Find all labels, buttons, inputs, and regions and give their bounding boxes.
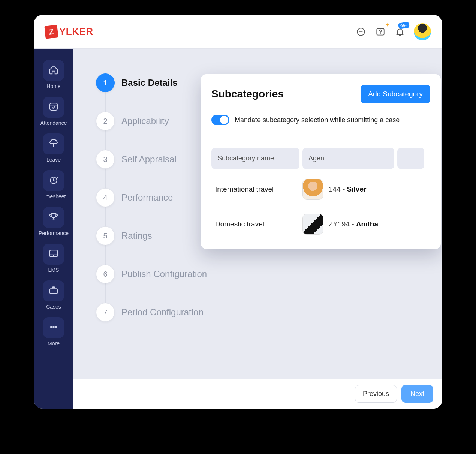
step-number: 7 (96, 303, 115, 322)
umbrella-icon (48, 138, 59, 150)
layout-icon (48, 248, 59, 261)
step-publish-configuration[interactable]: 6 Publish Configuration (96, 255, 442, 293)
previous-button[interactable]: Previous (355, 385, 397, 403)
sidebar-item-cases[interactable]: Cases (39, 278, 69, 313)
subcategory-name-cell: International travel (211, 185, 302, 193)
sidebar: Home Attendance Leave Timesheet Performa… (34, 49, 73, 409)
step-label: Ratings (121, 231, 152, 241)
sidebar-item-home[interactable]: Home (39, 58, 69, 92)
column-agent: Agent (302, 148, 394, 169)
agent-text: ZY194 - Anitha (329, 220, 378, 228)
sidebar-item-timesheet[interactable]: Timesheet (39, 168, 69, 202)
mandate-toggle-label: Mandate subcategory selection while subm… (235, 116, 400, 124)
sidebar-item-more[interactable]: More (39, 315, 69, 349)
table-header: Subcategory name Agent (211, 148, 430, 169)
agent-cell: ZY194 - Anitha (302, 214, 430, 235)
agent-code: ZY194 (329, 220, 350, 228)
more-icon (48, 321, 59, 334)
add-icon[interactable] (355, 26, 367, 37)
svg-rect-5 (50, 103, 57, 110)
agent-name: Anitha (356, 220, 378, 228)
step-number: 2 (96, 112, 115, 130)
step-number: 6 (96, 265, 115, 283)
step-period-configuration[interactable]: 7 Period Configuration (96, 293, 442, 331)
sidebar-item-attendance[interactable]: Attendance (39, 94, 69, 129)
next-button[interactable]: Next (401, 385, 433, 403)
mandate-toggle[interactable] (211, 115, 229, 125)
sidebar-item-performance[interactable]: Performance (39, 205, 69, 239)
sidebar-item-label: More (48, 340, 60, 346)
step-label: Applicability (121, 116, 169, 126)
table-row[interactable]: International travel 144 - Silver (211, 172, 430, 207)
sidebar-item-label: Home (46, 83, 60, 89)
subcategories-panel: Subcategories Add Subcategory Mandate su… (201, 74, 441, 249)
column-subcategory-name: Subcategory name (211, 148, 299, 169)
main: 1 Basic Details 2 Applicability 3 Self A… (73, 49, 442, 409)
sidebar-item-label: Leave (46, 157, 61, 163)
trophy-icon (48, 211, 59, 224)
svg-point-18 (53, 326, 54, 328)
svg-point-17 (51, 326, 52, 328)
sidebar-item-label: Attendance (40, 120, 67, 126)
mandate-toggle-row: Mandate subcategory selection while subm… (211, 115, 430, 125)
sidebar-item-label: LMS (48, 267, 59, 273)
notifications-icon[interactable]: 99+ (394, 26, 406, 37)
sidebar-item-label: Cases (46, 304, 61, 310)
svg-rect-15 (50, 289, 57, 294)
agent-avatar (302, 179, 323, 200)
step-number: 1 (96, 73, 115, 92)
step-number: 4 (96, 188, 115, 207)
agent-text: 144 - Silver (329, 185, 366, 193)
agent-cell: 144 - Silver (302, 179, 430, 200)
step-label: Publish Configuration (121, 269, 207, 279)
step-number: 5 (96, 226, 115, 245)
step-label: Self Appraisal (121, 154, 177, 165)
svg-point-4 (380, 33, 381, 34)
panel-title: Subcategories (211, 88, 284, 100)
header-actions: 99+ (355, 23, 431, 40)
step-label: Period Configuration (121, 307, 204, 318)
add-subcategory-button[interactable]: Add Subcategory (361, 85, 430, 103)
header: Z YLKER 99+ (34, 15, 442, 49)
subcategory-name-cell: Domestic travel (211, 220, 302, 228)
svg-point-19 (55, 326, 57, 328)
calendar-check-icon (48, 101, 59, 114)
brand-mark: Z (44, 25, 58, 39)
agent-avatar (302, 214, 323, 235)
table-row[interactable]: Domestic travel ZY194 - Anitha (211, 207, 430, 241)
user-avatar[interactable] (414, 23, 431, 40)
agent-name: Silver (347, 185, 367, 193)
sidebar-item-label: Timesheet (42, 193, 66, 199)
home-icon (48, 64, 59, 77)
brand-name: YLKER (59, 26, 93, 37)
help-icon[interactable] (375, 26, 386, 37)
panel-header: Subcategories Add Subcategory (211, 85, 430, 103)
brand-logo[interactable]: Z YLKER (45, 25, 93, 38)
sidebar-item-label: Performance (39, 230, 69, 236)
app-window: Z YLKER 99+ Home At (34, 15, 442, 409)
step-label: Performance (121, 192, 173, 203)
column-actions (397, 148, 424, 169)
notification-badge: 99+ (398, 22, 410, 29)
footer: Previous Next (73, 379, 442, 409)
step-number: 3 (96, 150, 115, 169)
clock-icon (48, 174, 59, 187)
briefcase-icon (48, 285, 59, 297)
sidebar-item-leave[interactable]: Leave (39, 131, 69, 166)
agent-code: 144 (329, 185, 341, 193)
sidebar-item-lms[interactable]: LMS (39, 241, 69, 276)
body: Home Attendance Leave Timesheet Performa… (34, 49, 442, 409)
step-label: Basic Details (121, 78, 177, 88)
